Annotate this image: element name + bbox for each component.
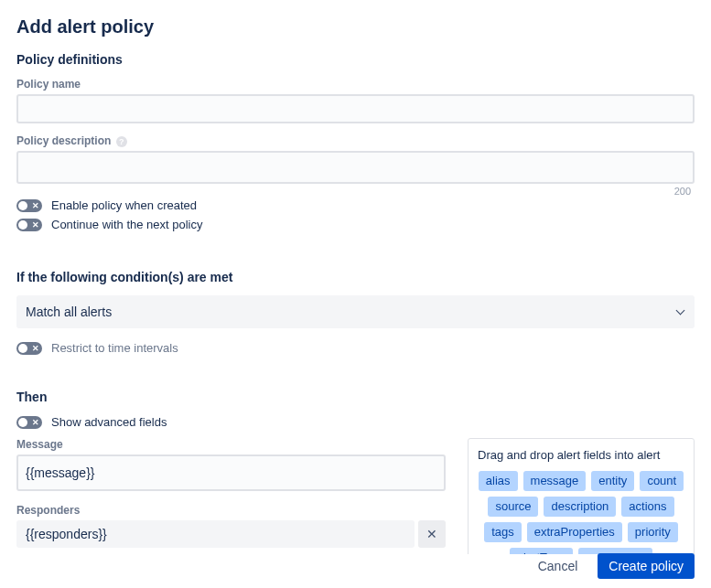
continue-next-label: Continue with the next policy <box>51 218 202 231</box>
char-count: 200 <box>674 186 691 197</box>
fields-panel-title: Drag and drop alert fields into alert <box>478 448 684 462</box>
policy-description-input[interactable] <box>16 151 695 184</box>
restrict-time-label: Restrict to time intervals <box>51 341 178 355</box>
enable-policy-toggle[interactable]: ✕ <box>16 199 42 212</box>
field-pill-message[interactable]: message <box>523 471 587 491</box>
close-icon: ✕ <box>426 527 437 541</box>
field-pill-entity[interactable]: entity <box>591 471 634 491</box>
field-pill-actions[interactable]: actions <box>621 497 673 517</box>
message-input[interactable] <box>16 454 446 491</box>
condition-select[interactable]: Match all alerts <box>16 295 695 328</box>
section-definitions: Policy definitions <box>16 52 695 67</box>
continue-next-toggle[interactable]: ✕ <box>16 219 42 231</box>
condition-selected-value: Match all alerts <box>26 305 112 319</box>
field-pill-count[interactable]: count <box>640 471 684 491</box>
section-then: Then <box>16 390 695 404</box>
field-pill-alias[interactable]: alias <box>479 471 518 491</box>
show-advanced-toggle[interactable]: ✕ <box>16 416 42 429</box>
policy-description-label: Policy description ? <box>16 134 695 147</box>
chevron-down-icon <box>676 307 685 316</box>
enable-policy-label: Enable policy when created <box>51 198 197 212</box>
responders-input[interactable] <box>16 520 415 548</box>
section-conditions: If the following condition(s) are met <box>16 270 695 284</box>
field-pill-priority[interactable]: priority <box>628 522 678 542</box>
page-title: Add alert policy <box>16 16 695 37</box>
field-pill-extraProperties[interactable]: extraProperties <box>527 522 622 542</box>
policy-name-input[interactable] <box>16 94 695 123</box>
policy-name-label: Policy name <box>16 78 695 91</box>
create-policy-button[interactable]: Create policy <box>598 553 695 579</box>
show-advanced-label: Show advanced fields <box>51 415 167 429</box>
field-pill-tags[interactable]: tags <box>484 522 522 542</box>
clear-responders-button[interactable]: ✕ <box>418 520 446 548</box>
message-label: Message <box>16 438 446 451</box>
cancel-button[interactable]: Cancel <box>529 553 587 579</box>
info-icon: ? <box>116 136 127 147</box>
alert-fields-panel: Drag and drop alert fields into alert al… <box>468 438 695 554</box>
field-pill-source[interactable]: source <box>488 497 538 517</box>
responders-label: Responders <box>16 504 446 517</box>
restrict-time-toggle[interactable]: ✕ <box>16 342 42 355</box>
field-pill-description[interactable]: description <box>544 497 616 517</box>
